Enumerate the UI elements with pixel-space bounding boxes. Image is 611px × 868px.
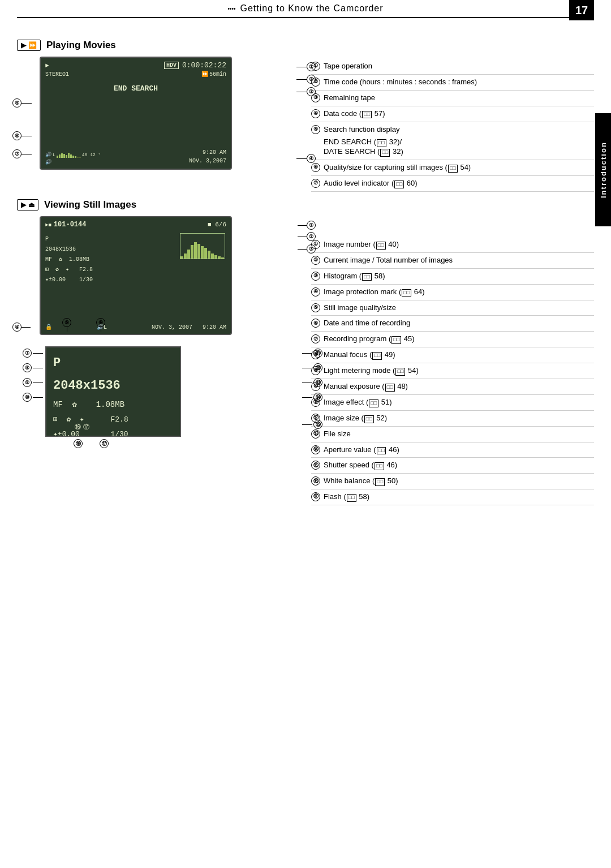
data-code-text: Data code (□□ 57) xyxy=(324,109,594,119)
manual-focus-text: Manual focus (□□ 49) xyxy=(324,350,594,360)
num-6: ⑥ xyxy=(311,163,320,172)
svg-rect-1 xyxy=(184,253,187,259)
callout-6: ⑥ xyxy=(12,131,32,140)
sidebar-introduction: Introduction xyxy=(595,113,611,226)
still-num-2: ② xyxy=(311,256,320,265)
still-num-15: ⑮ xyxy=(311,461,320,470)
main-content: ▶ ⏩ Playing Movies ► HDV 0:00:02:22 xyxy=(0,18,611,505)
svg-rect-7 xyxy=(204,248,207,259)
svg-rect-12 xyxy=(221,257,224,259)
still-date: NOV. 3, 2007 9:20 AM xyxy=(152,324,226,330)
still-feature-14: ⑭ Aperture value (□□ 46) xyxy=(311,442,594,458)
still-feature-5: ⑤ Still image quality/size xyxy=(311,300,594,316)
movies-feature-list-wrapper: ① Tape operation ② Time code (hours : mi… xyxy=(311,59,594,192)
viewing-still-section-title: ▶ ⏏ Viewing Still Images xyxy=(17,199,300,210)
right-column: ① Tape operation ② Time code (hours : mi… xyxy=(300,29,594,505)
feature-search-display: ⑤ Search function display END SEARCH (□□… xyxy=(311,122,594,161)
callout-3: ③ xyxy=(296,87,316,96)
tape-icon: ⏩ xyxy=(28,41,37,49)
histogram xyxy=(180,233,225,259)
still-feature-7: ⑦ Recording program (□□ 45) xyxy=(311,332,594,347)
lcd-remaining: 56min xyxy=(209,71,226,78)
detail-annos-left: ⑦ ⑧ ⑨ ⑩ xyxy=(23,349,43,402)
white-balance-text: White balance (□□ 50) xyxy=(324,476,594,486)
still-feature-list: ① Image number (□□ 40) ② Current image /… xyxy=(311,237,594,505)
still-feature-2: ② Current image / Total number of images xyxy=(311,253,594,269)
still-num-13: ⑬ xyxy=(311,429,320,439)
left-column: ▶ ⏩ Playing Movies ► HDV 0:00:02:22 xyxy=(17,29,300,505)
svg-rect-9 xyxy=(211,253,214,259)
image-protection-text: Image protection mark (□□ 64) xyxy=(324,287,594,297)
still-callout-5: ⑤ xyxy=(62,318,71,332)
manual-exposure-text: Manual exposure (□□ 48) xyxy=(324,382,594,392)
header-title: Getting to Know the Camcorder xyxy=(240,3,383,14)
svg-rect-8 xyxy=(208,251,210,259)
num-7: ⑦ xyxy=(311,179,320,188)
detail-program: P 2048x1536 xyxy=(53,352,173,397)
movies-feature-list: ① Tape operation ② Time code (hours : mi… xyxy=(311,59,594,192)
still-feature-6: ⑥ Date and time of recording xyxy=(311,316,594,332)
svg-rect-6 xyxy=(201,246,204,259)
still-feature-11: ⑪ Image effect (□□ 51) xyxy=(311,395,594,411)
callout-2: ② xyxy=(296,75,316,84)
still-num-3: ③ xyxy=(311,272,320,281)
playing-movies-title: Playing Movies xyxy=(46,40,116,51)
num-5: ⑤ xyxy=(311,125,320,134)
svg-rect-2 xyxy=(187,250,190,259)
still-feature-10: ⑩ Manual exposure (□□ 48) xyxy=(311,379,594,395)
lcd-stereo: STEREO1 xyxy=(45,71,69,78)
still-feature-9: ⑨ Light metering mode (□□ 54) xyxy=(311,363,594,379)
still-callout-2: ② xyxy=(298,232,316,241)
still-feature-3: ③ Histogram (□□ 58) xyxy=(311,269,594,285)
header-dots: •••• xyxy=(227,6,235,12)
still-feature-8: ⑧ Manual focus (□□ 49) xyxy=(311,347,594,363)
lcd-audio-bars: 🔊 L xyxy=(45,152,101,165)
detail-annos-right: ⑪ ⑫ ⑬ ⑭ xyxy=(302,349,322,402)
num-4: ④ xyxy=(311,109,320,118)
still-num-6: ⑥ xyxy=(311,319,320,328)
detail-lcd-panel: P 2048x1536 MF ✿ 1.08MB ⊞ ✿ ✦ F2.8 ✦±0.0… xyxy=(45,346,181,437)
detail-settings: ⊞ ✿ ✦ F2.8 xyxy=(53,413,173,426)
detail-mf: MF ✿ 1.08MB xyxy=(53,398,173,412)
detail-panel-wrapper: P 2048x1536 MF ✿ 1.08MB ⊞ ✿ ✦ F2.8 ✦±0.0… xyxy=(45,346,300,448)
page-header: •••• Getting to Know the Camcorder 17 xyxy=(17,0,594,18)
svg-rect-10 xyxy=(214,255,217,259)
histogram-svg xyxy=(180,234,225,259)
detail-exposure: ✦±0.00 1/30 xyxy=(53,428,173,441)
feature-still-capture: ⑥ Quality/size for capturing still image… xyxy=(311,160,594,176)
play-still-icon: ▶ xyxy=(21,201,26,209)
feature-remaining-tape: ③ Remaining tape xyxy=(311,91,594,106)
still-num-17: ⑰ xyxy=(311,492,320,501)
detail-bottom: ⑯⑰ xyxy=(75,422,89,433)
search-display-text: Search function display xyxy=(324,125,399,135)
lcd-timecode: 0:00:02:22 xyxy=(182,61,226,70)
still-feature-15: ⑮ Shutter speed (□□ 46) xyxy=(311,458,594,474)
still-feature-16: ⑯ White balance (□□ 50) xyxy=(311,474,594,489)
movies-lcd-screen: ► HDV 0:00:02:22 STEREO1 ⏩ 56min xyxy=(40,57,232,170)
recording-program-text: Recording program (□□ 45) xyxy=(324,334,594,344)
still-callout-1: ① xyxy=(298,221,316,230)
search-sub-items: END SEARCH (□□ 32)/ DATE SEARCH (□□ 32) xyxy=(311,137,403,157)
svg-rect-3 xyxy=(191,245,193,259)
still-num-16: ⑯ xyxy=(311,476,320,485)
svg-rect-4 xyxy=(194,242,197,259)
histogram-text: Histogram (□□ 58) xyxy=(324,272,594,281)
page-number: 17 xyxy=(569,0,594,20)
svg-rect-0 xyxy=(180,256,183,259)
current-image-text: Current image / Total number of images xyxy=(324,256,594,265)
feature-tape-operation: ① Tape operation xyxy=(311,59,594,75)
play-still-badge: ▶ ⏏ xyxy=(17,199,38,210)
viewing-still-title: Viewing Still Images xyxy=(44,199,136,210)
callout-5: ⑤ xyxy=(12,98,32,108)
image-number-text: Image number (□□ 40) xyxy=(324,240,594,250)
audio-level-text: Audio level indicator (□□ 60) xyxy=(324,179,594,188)
feature-audio-level: ⑦ Audio level indicator (□□ 60) xyxy=(311,176,594,192)
lcd-tape-icon: ⏩ xyxy=(201,71,208,78)
still-record-icon: ►◼ xyxy=(45,222,51,228)
callout-4: ④ xyxy=(296,154,316,163)
light-metering-text: Light metering mode (□□ 54) xyxy=(324,366,594,376)
feature-time-code: ② Time code (hours : minutes : seconds :… xyxy=(311,75,594,91)
still-num-5: ⑤ xyxy=(311,303,320,312)
play-tape-badge: ▶ ⏩ xyxy=(17,40,41,51)
lcd-end-search: END SEARCH xyxy=(45,84,226,93)
